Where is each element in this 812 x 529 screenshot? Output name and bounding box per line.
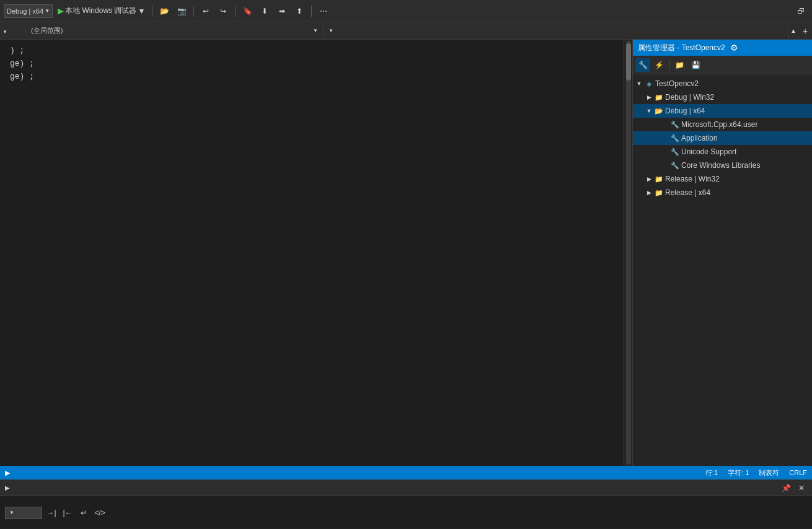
scope-navbar: ▼ (全局范围) ▼ ▼ ▲ +	[0, 22, 812, 40]
scroll-up-button[interactable]: ▲	[788, 22, 798, 39]
release-win32-label: Release | Win32	[665, 175, 720, 183]
pin-button[interactable]: 📌	[779, 484, 793, 492]
toolbar-sep-1	[152, 6, 152, 17]
wrap-button[interactable]: ↵	[77, 507, 90, 519]
panel-toolbar: 🔧 ⚡ 📁 💾	[633, 56, 812, 74]
scope-text: (全局范围)	[31, 26, 313, 35]
tree-item-root[interactable]: ▼ ◈ TestOpencv2	[633, 77, 812, 90]
step-into-button[interactable]: ⬇	[257, 5, 272, 17]
wrap-icon: ↵	[81, 509, 87, 517]
misc-icon: ⋯	[319, 6, 329, 16]
step-out-button[interactable]: ⬆	[292, 5, 307, 17]
indent-button[interactable]: →|	[45, 507, 58, 519]
release-x64-label: Release | x64	[665, 188, 710, 197]
release-x64-expander-icon: ▶	[644, 188, 654, 198]
add-tab-button[interactable]: +	[798, 22, 812, 39]
close-panel-button[interactable]: ✕	[796, 484, 807, 492]
run-icon: ▶	[58, 6, 64, 15]
scrollbar-track	[626, 41, 631, 465]
line-status: 行:1	[705, 468, 718, 478]
panel-settings-button[interactable]: ⚙	[729, 43, 739, 53]
debugger-arrow-icon: ▼	[138, 7, 145, 15]
tree-item-application[interactable]: 🔧 Application	[633, 131, 812, 145]
tree-item-debug-x64[interactable]: ▼ 📂 Debug | x64	[633, 104, 812, 118]
new-folder-icon: 📁	[675, 61, 684, 69]
nav-left-arrow-icon: ▼	[0, 29, 10, 35]
debugger-label: 本地 Windows 调试器	[65, 6, 136, 16]
bookmark-icon: 🔖	[242, 6, 252, 16]
editor-area[interactable]: ) ; ge) ; ge) ;	[0, 40, 624, 466]
bookmark-button[interactable]: 🔖	[240, 5, 255, 17]
debug-win32-label: Debug | Win32	[665, 93, 714, 102]
step-over-button[interactable]: ➡	[275, 5, 289, 17]
redo-button[interactable]: ↪	[216, 5, 231, 17]
run-button[interactable]: ▶ 本地 Windows 调试器 ▼	[55, 4, 148, 17]
scrollbar-thumb[interactable]	[626, 43, 631, 81]
root-expander-icon: ▼	[634, 79, 644, 89]
bottom-dropdown-arrow-icon: ▼	[9, 510, 14, 515]
wrench-icon: 🔧	[638, 61, 648, 69]
scroll-up-icon: ▲	[790, 27, 797, 34]
bottom-panel: ▶ 📌 ✕ ▼ →| |← ↵ </>	[0, 479, 812, 529]
debug-win32-folder-icon: 📁	[654, 92, 664, 102]
camera-icon: 📷	[177, 6, 187, 16]
toolbar-sep-3	[235, 6, 236, 17]
undo-button[interactable]: ↩	[198, 5, 213, 17]
config-dropdown[interactable]: Debug | x64 ▼	[4, 4, 53, 18]
property-panel: 属性管理器 - TestOpencv2 ⚙ 🔧 ⚡ 📁 💾 ▼ ◈	[632, 40, 812, 466]
scope-dropdown[interactable]: (全局范围) ▼	[26, 22, 324, 39]
tree-item-release-x64[interactable]: ▶ 📁 Release | x64	[633, 186, 812, 199]
application-gear-icon: 🔧	[670, 133, 680, 143]
wrench-button[interactable]: 🔧	[635, 58, 650, 72]
misc-button[interactable]: ⋯	[316, 5, 331, 17]
outdent-button[interactable]: |←	[61, 507, 74, 519]
application-expander	[664, 133, 670, 143]
member-dropdown[interactable]: ▼	[324, 22, 788, 39]
save-button[interactable]: 💾	[688, 58, 703, 72]
tree-item-core-windows[interactable]: 🔧 Core Windows Libraries	[633, 159, 812, 172]
tree-view[interactable]: ▼ ◈ TestOpencv2 ▶ 📁 Debug | Win32 ▼ 📂 De…	[633, 74, 812, 466]
debug-x64-folder-icon: 📂	[654, 106, 664, 116]
step-over-icon: ➡	[277, 6, 287, 16]
lightning-icon: ⚡	[655, 61, 664, 69]
encoding-status: CRLF	[789, 469, 807, 476]
status-arrow-icon: ▶	[5, 469, 10, 477]
bottom-panel-header: ▶ 📌 ✕	[0, 480, 812, 496]
bottom-panel-arrow-icon: ▶	[5, 484, 10, 491]
root-project-icon: ◈	[644, 79, 654, 89]
bottom-dropdown[interactable]: ▼	[5, 507, 42, 519]
outdent-icon: |←	[63, 509, 72, 517]
core-windows-expander	[664, 160, 670, 170]
code-line-1: ) ;	[10, 45, 619, 58]
debug-x64-expander-icon: ▼	[644, 106, 654, 116]
restore-window-button[interactable]: 🗗	[793, 5, 808, 17]
tree-item-unicode[interactable]: 🔧 Unicode Support	[633, 145, 812, 159]
code-line-2: ge) ;	[10, 58, 619, 71]
open-file-button[interactable]: 📂	[157, 5, 172, 17]
open-folder-icon: 📂	[159, 6, 169, 16]
status-bar: ▶ 行:1 字符: 1 制表符 CRLF	[0, 466, 812, 479]
unicode-gear-icon: 🔧	[670, 147, 680, 157]
save-icon: 💾	[691, 61, 700, 69]
editor-scrollbar[interactable]	[624, 40, 632, 466]
panel-title: 属性管理器 - TestOpencv2	[638, 43, 725, 53]
tree-item-ms-cpp[interactable]: 🔧 Microsoft.Cpp.x64.user	[633, 118, 812, 131]
tree-item-release-win32[interactable]: ▶ 📁 Release | Win32	[633, 172, 812, 186]
tree-item-debug-win32[interactable]: ▶ 📁 Debug | Win32	[633, 90, 812, 104]
toolbar-sep-4	[311, 6, 312, 17]
new-folder-button[interactable]: 📁	[672, 58, 687, 72]
lightning-button[interactable]: ⚡	[651, 58, 666, 72]
debug-x64-label: Debug | x64	[665, 107, 705, 115]
unicode-label: Unicode Support	[681, 147, 736, 156]
code-button[interactable]: </>	[93, 507, 107, 519]
pin-icon: 📌	[782, 484, 791, 492]
restore-icon: 🗗	[796, 6, 806, 16]
camera-button[interactable]: 📷	[174, 5, 189, 17]
bottom-panel-content: ▼ →| |← ↵ </>	[0, 496, 812, 529]
char-status: 字符: 1	[728, 468, 749, 478]
step-out-icon: ⬆	[294, 6, 304, 16]
nav-left-dropdown[interactable]: ▼	[0, 27, 26, 35]
ms-cpp-gear-icon: 🔧	[670, 120, 680, 129]
step-into-icon: ⬇	[260, 6, 270, 16]
code-icon: </>	[94, 509, 105, 517]
